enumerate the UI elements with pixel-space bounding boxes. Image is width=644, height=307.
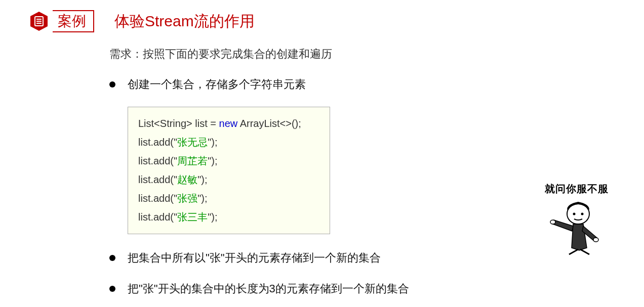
code-line: List<String> list = new ArrayList<>();: [138, 114, 319, 133]
code-line: list.add("周芷若");: [138, 152, 319, 170]
bullet-list: 把集合中所有以"张"开头的元素存储到一个新的集合 把"张"开头的集合中的长度为3…: [109, 249, 456, 307]
content: 需求：按照下面的要求完成集合的创建和遍历 创建一个集合，存储多个字符串元素 Li…: [0, 32, 456, 307]
meme-figure-icon: [549, 200, 605, 255]
bullet-list: 创建一个集合，存储多个字符串元素: [109, 76, 456, 93]
svg-point-8: [550, 220, 555, 224]
list-item: 把集合中所有以"张"开头的元素存储到一个新的集合: [109, 249, 456, 266]
svg-point-6: [573, 213, 576, 215]
code-line: list.add("张强");: [138, 189, 319, 208]
page-title: 体验Stream流的作用: [114, 11, 255, 32]
code-block: List<String> list = new ArrayList<>(); l…: [128, 107, 330, 234]
header: 案例 体验Stream流的作用: [0, 0, 644, 32]
list-item: 把"张"开头的集合中的长度为3的元素存储到一个新的集合: [109, 280, 456, 297]
svg-point-9: [593, 238, 598, 242]
meme: 就问你服不服: [545, 182, 609, 255]
code-line: list.add("张无忌");: [138, 133, 319, 152]
list-item: 创建一个集合，存储多个字符串元素: [109, 76, 456, 93]
case-label: 案例: [53, 10, 94, 32]
case-hex-icon: [28, 11, 50, 32]
code-line: list.add("张三丰");: [138, 208, 319, 227]
code-line: list.add("赵敏");: [138, 170, 319, 189]
svg-point-7: [581, 213, 584, 215]
requirement-text: 需求：按照下面的要求完成集合的创建和遍历: [109, 47, 456, 62]
meme-text: 就问你服不服: [545, 182, 609, 196]
